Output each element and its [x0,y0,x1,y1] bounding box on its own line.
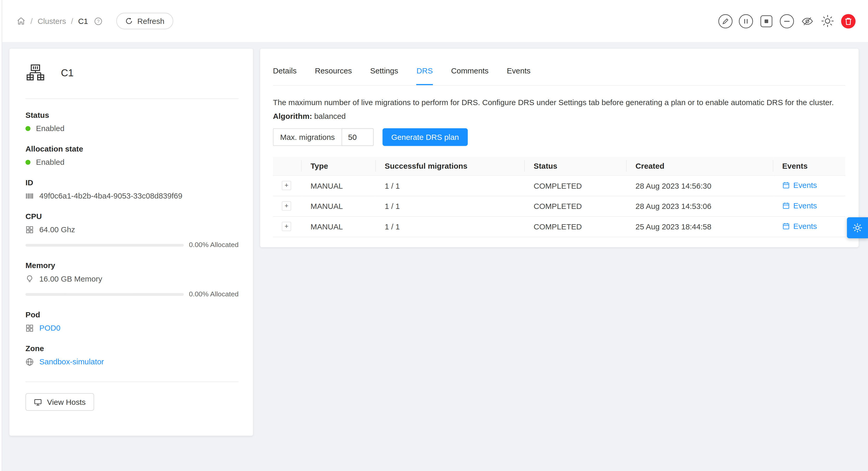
gear-icon [820,13,836,29]
cell-status: COMPLETED [525,196,627,216]
pod-link[interactable]: POD0 [39,323,60,332]
algorithm-value: balanced [314,111,346,121]
events-link-label: Events [793,201,817,210]
max-migrations-group: Max. migrations [273,128,373,146]
disable-ha-button[interactable] [798,12,816,30]
calendar-icon [782,181,790,189]
status-label: Status [26,110,239,120]
zone-label: Zone [26,344,239,353]
status-value-row: Enabled [26,124,239,133]
pencil-circle-icon [717,13,733,29]
allocation-dot-icon [26,160,30,165]
breadcrumb-current: C1 [78,16,88,26]
refresh-button[interactable]: Refresh [116,13,174,29]
view-hosts-label: View Hosts [47,398,86,406]
trash-icon [840,13,856,29]
calendar-icon [782,222,790,230]
memory-value: 16.00 GB Memory [39,274,102,283]
header-expand [273,157,302,175]
id-value-row: 49f0c6a1-4b2b-4ba4-9053-33c08d839f69 [26,191,239,200]
algorithm-line: Algorithm: balanced [273,111,845,121]
breadcrumb-separator: / [71,16,73,26]
expand-row-button[interactable]: + [282,201,291,211]
tab-resources[interactable]: Resources [315,49,352,86]
memory-progress-row: 0.00% Allocated [26,290,239,298]
generate-drs-plan-button[interactable]: Generate DRS plan [382,128,468,146]
cell-migrations: 1 / 1 [376,175,525,196]
cpu-value-row: 64.00 Ghz [26,225,239,234]
expand-row-button[interactable]: + [282,222,291,231]
home-icon[interactable] [17,16,26,26]
edit-cluster-button[interactable] [716,12,734,30]
minus-circle-icon [779,13,795,29]
cluster-detail-card: Details Resources Settings DRS Comments … [260,49,858,247]
breadcrumb-clusters[interactable]: Clusters [38,16,66,26]
reload-icon [125,17,133,25]
cluster-title-row: C1 [26,63,239,83]
delete-cluster-button[interactable] [839,12,857,30]
eye-invisible-icon [799,13,815,29]
cell-created: 28 Aug 2023 14:56:30 [627,175,773,196]
expand-row-button[interactable]: + [282,181,291,190]
configure-ha-button[interactable] [819,12,836,30]
cpu-allocated-label: 0.00% Allocated [189,241,239,249]
cluster-info-card: C1 Status Enabled Allocation state Enabl… [9,49,253,436]
unmanage-cluster-button[interactable] [757,12,775,30]
status-dot-icon [26,126,30,131]
status-value: Enabled [36,124,64,133]
events-link-label: Events [793,221,817,230]
tab-drs[interactable]: DRS [416,49,433,86]
pod-label: Pod [26,310,239,319]
zone-link[interactable]: Sandbox-simulator [39,357,104,366]
cluster-name: C1 [61,67,73,79]
floating-settings-button[interactable] [847,217,868,238]
tab-events[interactable]: Events [507,49,530,86]
cpu-value: 64.00 Ghz [39,225,75,234]
divider [26,98,239,99]
cell-type: MANUAL [302,216,376,237]
memory-label: Memory [26,261,239,270]
allocation-state-value-row: Enabled [26,158,239,166]
barcode-icon [26,192,34,200]
header-successful-migrations: Successful migrations [376,157,525,175]
question-circle-icon[interactable]: ? [94,17,102,25]
id-label: ID [26,178,239,187]
header-events: Events [773,157,845,175]
gear-icon [852,223,863,234]
breadcrumb-separator: / [30,16,32,26]
drs-plans-table: Type Successful migrations Status Create… [273,157,845,237]
globe-icon [26,357,34,366]
tab-bar: Details Resources Settings DRS Comments … [273,49,845,86]
disable-cluster-button[interactable] [737,12,754,30]
row-events-link[interactable]: Events [782,201,817,210]
table-header-row: Type Successful migrations Status Create… [273,157,845,175]
svg-text:?: ? [97,19,100,24]
view-hosts-button[interactable]: View Hosts [26,393,94,411]
cell-created: 25 Aug 2023 18:44:58 [627,216,773,237]
disable-out-of-band-button[interactable] [778,12,796,30]
bulb-icon [26,275,34,283]
grid-icon [26,225,34,234]
events-link-label: Events [793,180,817,190]
drs-panel: The maximum number of live migrations to… [273,86,845,237]
drs-form: Max. migrations Generate DRS plan [273,128,845,146]
max-migrations-input[interactable] [341,128,374,146]
row-events-link[interactable]: Events [782,221,817,230]
table-row: + MANUAL 1 / 1 COMPLETED 28 Aug 2023 14:… [273,196,845,216]
divider [26,381,239,382]
refresh-label: Refresh [137,16,164,26]
cell-status: COMPLETED [525,216,627,237]
cell-type: MANUAL [302,196,376,216]
tab-details[interactable]: Details [273,49,297,86]
header-type: Type [302,157,376,175]
sidebar-edge [0,0,2,471]
pause-circle-icon [738,13,754,29]
allocation-state-label: Allocation state [26,144,239,153]
cell-migrations: 1 / 1 [376,196,525,216]
tab-settings[interactable]: Settings [370,49,398,86]
screen: / Clusters / C1 ? Refresh [0,0,868,471]
row-events-link[interactable]: Events [782,180,817,190]
tab-comments[interactable]: Comments [451,49,489,86]
table-row: + MANUAL 1 / 1 COMPLETED 25 Aug 2023 18:… [273,216,845,237]
grid-icon [26,324,34,332]
